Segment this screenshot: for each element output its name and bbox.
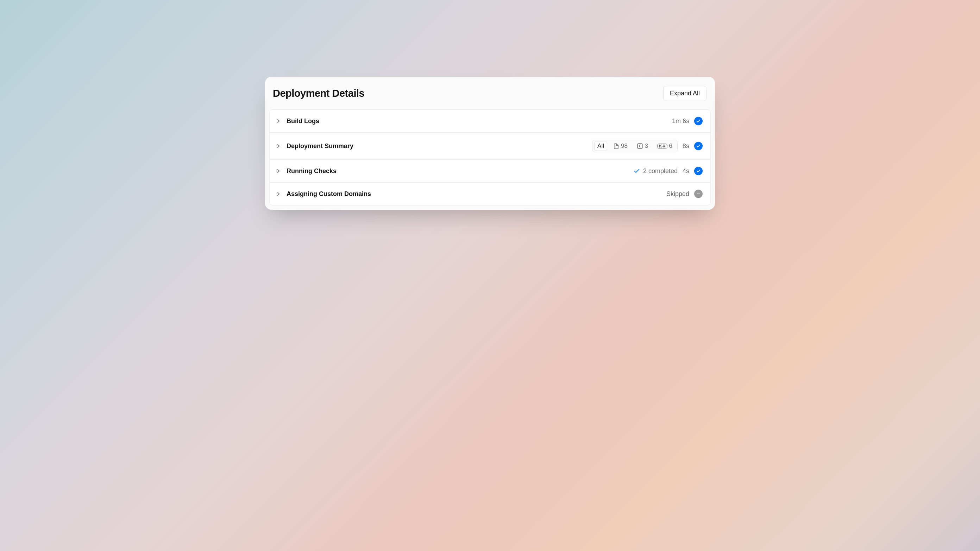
chevron-right-icon bbox=[275, 168, 282, 174]
status-skipped-icon bbox=[694, 190, 703, 198]
row-build-logs[interactable]: Build Logs 1m 6s bbox=[270, 110, 710, 133]
status-success-icon bbox=[694, 142, 703, 150]
row-right: All 98 3 ISR 6 bbox=[592, 140, 703, 152]
functions-count: 3 bbox=[645, 143, 648, 149]
row-title: Running Checks bbox=[286, 167, 337, 175]
check-icon bbox=[633, 167, 640, 175]
function-icon bbox=[637, 143, 643, 149]
chevron-right-icon bbox=[275, 118, 282, 124]
row-left: Build Logs bbox=[275, 118, 319, 125]
row-right: 1m 6s bbox=[672, 117, 703, 125]
completed-count: 2 completed bbox=[643, 167, 678, 175]
row-title: Assigning Custom Domains bbox=[286, 191, 371, 198]
row-left: Assigning Custom Domains bbox=[275, 191, 371, 198]
duration: 8s bbox=[682, 143, 689, 150]
deployment-details-card: Deployment Details Expand All Build Logs… bbox=[265, 77, 715, 210]
row-title: Deployment Summary bbox=[286, 143, 353, 150]
deployment-rows: Build Logs 1m 6s Deployment Summary All bbox=[269, 110, 711, 205]
row-running-checks[interactable]: Running Checks 2 completed 4s bbox=[270, 160, 710, 183]
expand-all-button[interactable]: Expand All bbox=[663, 86, 706, 101]
card-header: Deployment Details Expand All bbox=[265, 77, 715, 110]
duration: 1m 6s bbox=[672, 118, 689, 125]
row-title: Build Logs bbox=[286, 118, 319, 125]
row-right: 2 completed 4s bbox=[633, 167, 703, 175]
isr-count: 6 bbox=[669, 143, 672, 149]
duration: 4s bbox=[682, 167, 689, 175]
row-left: Deployment Summary bbox=[275, 143, 353, 150]
row-assigning-domains[interactable]: Assigning Custom Domains Skipped bbox=[270, 183, 710, 205]
summary-filter-group: All 98 3 ISR 6 bbox=[592, 140, 678, 152]
row-right: Skipped bbox=[667, 190, 703, 198]
isr-icon: ISR bbox=[657, 144, 667, 149]
file-icon bbox=[613, 143, 619, 149]
status-success-icon bbox=[694, 117, 703, 125]
row-left: Running Checks bbox=[275, 167, 337, 175]
checks-completed: 2 completed bbox=[633, 167, 678, 175]
chevron-right-icon bbox=[275, 191, 282, 197]
filter-pages[interactable]: 98 bbox=[610, 141, 630, 151]
pages-count: 98 bbox=[621, 143, 628, 149]
chevron-right-icon bbox=[275, 143, 282, 149]
filter-isr[interactable]: ISR 6 bbox=[654, 141, 675, 151]
filter-functions[interactable]: 3 bbox=[634, 141, 651, 151]
page-title: Deployment Details bbox=[273, 87, 364, 99]
status-text: Skipped bbox=[667, 191, 689, 198]
status-success-icon bbox=[694, 167, 703, 175]
filter-all[interactable]: All bbox=[595, 141, 607, 151]
row-deployment-summary[interactable]: Deployment Summary All 98 3 bbox=[270, 133, 710, 160]
